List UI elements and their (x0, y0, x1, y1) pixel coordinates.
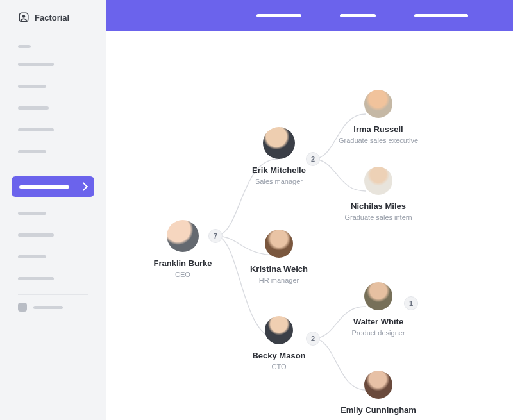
sidebar-footer-item[interactable] (18, 303, 93, 312)
reports-count-badge[interactable]: 2 (306, 332, 320, 346)
sidebar-item-label (19, 185, 69, 189)
sidebar-item[interactable] (18, 207, 93, 219)
count-value: 7 (214, 232, 217, 240)
person-name: Kristina Welch (231, 264, 327, 274)
person-role: HR manager (231, 276, 327, 284)
avatar (265, 316, 293, 344)
sidebar-item[interactable] (18, 58, 93, 70)
count-value: 1 (409, 299, 413, 307)
org-node[interactable]: Kristina Welch HR manager (231, 230, 327, 284)
sidebar-item[interactable] (18, 273, 93, 284)
chevron-right-icon (79, 182, 88, 191)
person-role: Graduate sales intern (330, 214, 426, 221)
header-nav-item[interactable] (414, 14, 468, 17)
avatar (364, 167, 392, 195)
nav-group-1 (0, 35, 106, 169)
person-name: Walter White (330, 317, 426, 326)
org-chart[interactable]: Franklin Burke CEO 7 Erik Mitchelle Sale… (106, 31, 513, 420)
person-name: Becky Mason (231, 351, 327, 360)
avatar (167, 220, 199, 252)
person-name: Franklin Burke (135, 258, 231, 268)
sidebar-item-active[interactable] (12, 176, 94, 197)
avatar (263, 127, 295, 159)
person-name: Erik Mitchelle (231, 165, 327, 175)
person-role: Sales manager (231, 178, 327, 185)
person-name: Nichilas Miles (330, 201, 426, 211)
org-node[interactable]: Irma Russell Graduate sales executive (330, 90, 426, 144)
avatar (364, 90, 392, 118)
count-value: 2 (311, 155, 315, 163)
org-node[interactable]: Emily Cunningham (330, 371, 426, 417)
sidebar-item[interactable] (18, 80, 93, 92)
top-header (106, 0, 513, 31)
brand[interactable]: Factorial (0, 12, 106, 35)
brand-icon (18, 12, 29, 23)
avatar (364, 282, 392, 310)
reports-count-badge[interactable]: 1 (404, 296, 418, 310)
sidebar-item[interactable] (18, 251, 93, 262)
svg-point-1 (22, 15, 26, 18)
sidebar-item-label (33, 306, 63, 309)
divider (18, 294, 88, 295)
org-node[interactable]: Nichilas Miles Graduate sales intern (330, 167, 426, 221)
reports-count-badge[interactable]: 7 (208, 229, 223, 243)
person-role: Graduate sales executive (330, 137, 426, 144)
sidebar-item[interactable] (18, 124, 93, 135)
main-content: Franklin Burke CEO 7 Erik Mitchelle Sale… (106, 31, 513, 420)
nav-group-2 (0, 207, 106, 312)
square-icon (18, 303, 27, 312)
count-value: 2 (311, 335, 315, 342)
person-name: Irma Russell (330, 124, 426, 134)
sidebar-item[interactable] (18, 229, 93, 240)
sidebar: Factorial (0, 0, 106, 420)
header-nav-item[interactable] (340, 14, 376, 17)
person-role: CTO (231, 363, 327, 371)
sidebar-item[interactable] (18, 146, 93, 157)
sidebar-item[interactable] (18, 102, 93, 113)
header-nav-item[interactable] (256, 14, 301, 17)
person-role: Product designer (330, 329, 426, 337)
reports-count-badge[interactable]: 2 (306, 152, 320, 166)
person-name: Emily Cunningham (330, 405, 426, 415)
brand-name: Factorial (35, 13, 69, 22)
avatar (265, 230, 293, 258)
nav-section-heading (18, 45, 31, 48)
avatar (364, 371, 392, 399)
person-role: CEO (135, 271, 231, 278)
